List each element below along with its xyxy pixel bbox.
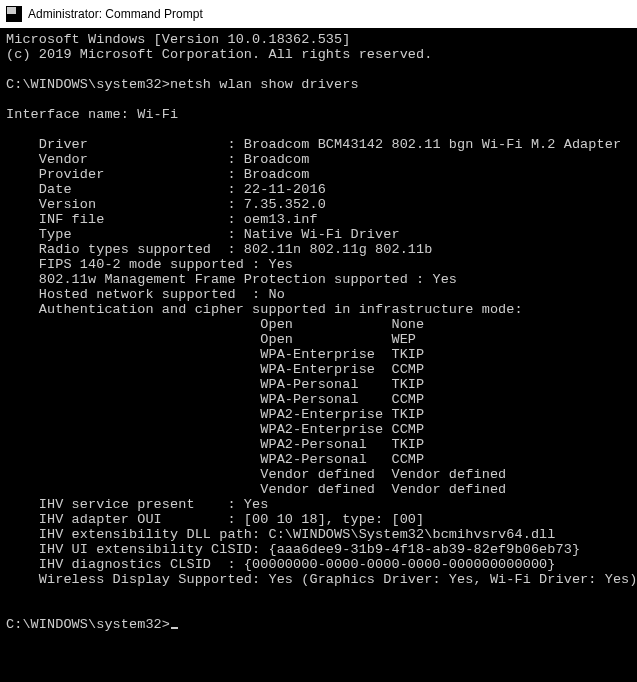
output-line: 802.11w Management Frame Protection supp…	[6, 272, 457, 287]
cursor	[171, 627, 178, 629]
output-line: Vendor defined Vendor defined	[6, 482, 506, 497]
output-line: INF file : oem13.inf	[6, 212, 318, 227]
output-line: WPA-Enterprise TKIP	[6, 347, 424, 362]
output-line: IHV diagnostics CLSID : {00000000-0000-0…	[6, 557, 556, 572]
terminal-output: Microsoft Windows [Version 10.0.18362.53…	[0, 28, 637, 638]
output-line: Hosted network supported : No	[6, 287, 285, 302]
output-line: Radio types supported : 802.11n 802.11g …	[6, 242, 432, 257]
output-line: IHV UI extensibility ClSID: {aaa6dee9-31…	[6, 542, 580, 557]
output-line: FIPS 140-2 mode supported : Yes	[6, 257, 293, 272]
window-title: Administrator: Command Prompt	[28, 7, 203, 21]
output-line: WPA2-Enterprise TKIP	[6, 407, 424, 422]
output-line: Date : 22-11-2016	[6, 182, 326, 197]
output-line: Interface name: Wi-Fi	[6, 107, 178, 122]
output-line: IHV extensibility DLL path: C:\WINDOWS\S…	[6, 527, 556, 542]
output-line: WPA-Personal TKIP	[6, 377, 424, 392]
output-line: Type : Native Wi-Fi Driver	[6, 227, 400, 242]
output-line: Vendor defined Vendor defined	[6, 467, 506, 482]
output-line: IHV adapter OUI : [00 10 18], type: [00]	[6, 512, 424, 527]
cmd-icon	[6, 6, 22, 22]
output-line: Microsoft Windows [Version 10.0.18362.53…	[6, 32, 350, 47]
output-line: WPA-Personal CCMP	[6, 392, 424, 407]
titlebar[interactable]: Administrator: Command Prompt	[0, 0, 637, 28]
output-line: Open None	[6, 317, 424, 332]
output-line: Driver : Broadcom BCM43142 802.11 bgn Wi…	[6, 137, 621, 152]
prompt-line[interactable]: C:\WINDOWS\system32>	[6, 617, 178, 632]
output-line: Authentication and cipher supported in i…	[6, 302, 523, 317]
output-line: Wireless Display Supported: Yes (Graphic…	[6, 572, 637, 587]
output-line: (c) 2019 Microsoft Corporation. All righ…	[6, 47, 432, 62]
output-line: Open WEP	[6, 332, 416, 347]
output-line: IHV service present : Yes	[6, 497, 268, 512]
output-line: WPA2-Personal TKIP	[6, 437, 424, 452]
prompt-path: C:\WINDOWS\system32>	[6, 617, 170, 632]
output-line: Version : 7.35.352.0	[6, 197, 326, 212]
output-line: Provider : Broadcom	[6, 167, 309, 182]
output-line: C:\WINDOWS\system32>netsh wlan show driv…	[6, 77, 359, 92]
output-line: Vendor : Broadcom	[6, 152, 309, 167]
output-line: WPA-Enterprise CCMP	[6, 362, 424, 377]
output-line: WPA2-Enterprise CCMP	[6, 422, 424, 437]
output-line: WPA2-Personal CCMP	[6, 452, 424, 467]
